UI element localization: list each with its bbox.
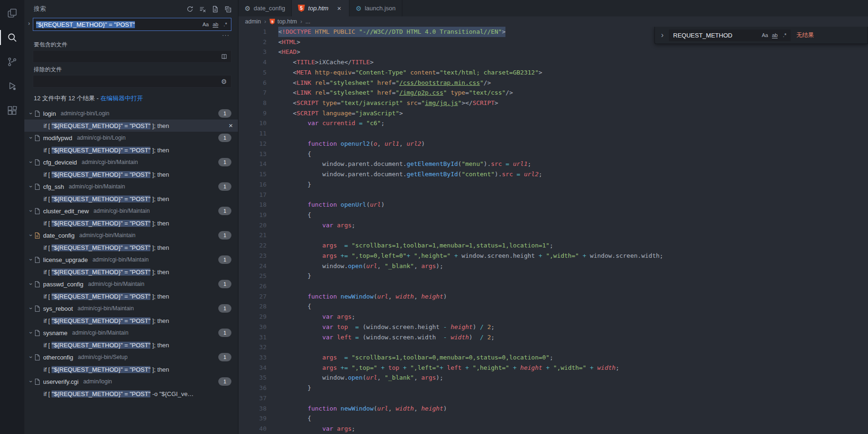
code-line[interactable]: 37 [238, 393, 868, 404]
toggle-search-details-button[interactable]: ··· [221, 31, 230, 38]
code-line[interactable]: 38 function newWindow(url, width, height… [238, 404, 868, 414]
code-line[interactable]: 29 var args; [238, 312, 868, 322]
code-line[interactable]: 12 function openurl2(o, url1, url2) [238, 139, 868, 149]
search-match-row[interactable]: if [ "${REQUEST_METHOD}" = "POST" ]; the… [24, 314, 238, 327]
search-input[interactable]: "${REQUEST_METHOD}" = "POST" Aa ab .* [33, 18, 231, 31]
code-line[interactable]: 3<HEAD> [238, 47, 868, 57]
search-match-row[interactable]: if [ "${REQUEST_METHOD}" = "POST" ]; the… [24, 168, 238, 180]
search-match-row[interactable]: if [ "${REQUEST_METHOD}" = "POST" ]; the… [24, 217, 238, 229]
line-number: 23 [238, 251, 278, 261]
code-line[interactable]: 23 args += ",top=0,left=0"+ ",height=" +… [238, 251, 868, 261]
explorer-icon[interactable] [0, 1, 24, 25]
code-line[interactable]: 7 <LINK rel="stylesheet" href="/img/p2p.… [238, 88, 868, 98]
code-line[interactable]: 27 function newWindow(url, width, height… [238, 292, 868, 302]
find-whole-word-toggle[interactable]: ab [770, 30, 779, 40]
code-line[interactable]: 14 window.parent.document.getElementById… [238, 159, 868, 169]
code-editor[interactable]: 1<!DOCTYPE HTML PUBLIC "-//W3C//DTD HTML… [238, 27, 868, 434]
files-exclude-input[interactable]: ⚙ [33, 75, 231, 88]
search-result-file[interactable]: ›loginadmin/cgi-bin/Login1 [24, 107, 238, 120]
open-new-search-editor-button[interactable] [210, 4, 220, 14]
find-replace-toggle-icon[interactable]: › [659, 31, 666, 39]
match-case-toggle[interactable]: Aa [201, 20, 210, 29]
search-icon[interactable] [0, 25, 24, 50]
tab-close-icon[interactable]: × [335, 4, 343, 12]
tab-top.htm[interactable]: 5top.htm× [292, 0, 349, 16]
search-match-row[interactable]: if [ "${REQUEST_METHOD}" = "POST" ]; the… [24, 266, 238, 278]
code-line[interactable]: 35 window.open(url, "_blank", args); [238, 373, 868, 383]
search-result-file[interactable]: ›sysnameadmin/cgi-bin/Maintain1 [24, 327, 238, 339]
code-line[interactable]: 28 { [238, 301, 868, 312]
dismiss-match-button[interactable]: × [229, 121, 233, 129]
search-result-file[interactable]: ›license_upgradeadmin/cgi-bin/Maintain1 [24, 254, 238, 266]
search-result-file[interactable]: ›userverify.cgiadmin/login1 [24, 375, 238, 388]
extensions-icon[interactable] [0, 98, 24, 123]
line-number: 28 [238, 301, 278, 312]
find-query-text: REQUEST_METHOD [673, 32, 760, 39]
code-line[interactable]: 13 { [238, 149, 868, 159]
search-match-row[interactable]: if [ "${REQUEST_METHOD}" = "POST" ]; the… [24, 120, 238, 132]
find-match-case-toggle[interactable]: Aa [760, 30, 770, 40]
code-line[interactable]: 31 var left = (window.screen.width - wid… [238, 332, 868, 343]
open-editors-only-toggle[interactable] [219, 52, 229, 61]
regex-toggle[interactable]: .* [221, 20, 230, 29]
code-line[interactable]: 25 } [238, 271, 868, 281]
breadcrumb-item[interactable]: 5top.htm [269, 18, 297, 25]
code-line[interactable]: 6 <LINK rel="stylesheet" href="/css/boot… [238, 78, 868, 88]
code-line[interactable]: 15 window.parent.document.getElementById… [238, 169, 868, 180]
search-match-row[interactable]: if [ "${REQUEST_METHOD}" = "POST" ]; the… [24, 193, 238, 205]
code-line[interactable]: 33 args = "scrollbars=1,toolbar=0,menuba… [238, 352, 868, 363]
code-line[interactable]: 39 { [238, 413, 868, 424]
search-match-row[interactable]: if [ "${REQUEST_METHOD}" = "POST" ]; the… [24, 290, 238, 302]
refresh-search-button[interactable] [185, 4, 194, 14]
code-line[interactable]: 36 } [238, 383, 868, 393]
code-line[interactable]: 21 [238, 230, 868, 240]
code-line[interactable]: 26 [238, 281, 868, 292]
search-result-file[interactable]: ›otherconfigadmin/cgi-bin/Setup1 [24, 351, 238, 363]
tab-launch.json[interactable]: ⚙launch.json [349, 0, 402, 16]
code-line[interactable]: 30 var top = (window.screen.height - hei… [238, 322, 868, 332]
code-line[interactable]: 8 <SCRIPT type="text/javascript" src="im… [238, 98, 868, 108]
use-exclude-settings-gear-icon[interactable]: ⚙ [219, 77, 229, 86]
run-debug-icon[interactable] [0, 74, 24, 98]
code-line[interactable]: 24 window.open(url, "_blank", args); [238, 261, 868, 271]
code-line[interactable]: 5 <META http-equiv="Content-Type" conten… [238, 67, 868, 78]
toggle-replace-chevron-icon[interactable]: › [25, 18, 33, 27]
code-line[interactable]: 10 var currentid = "c6"; [238, 118, 868, 128]
code-line[interactable]: 20 var args; [238, 220, 868, 231]
search-match-row[interactable]: if [ "${REQUEST_METHOD}" = "POST" ]; the… [24, 144, 238, 156]
code-line[interactable]: 32 [238, 342, 868, 352]
search-result-file[interactable]: ›sys_rebootadmin/cgi-bin/Maintain1 [24, 302, 238, 314]
code-line[interactable]: 40 var args; [238, 424, 868, 434]
code-line[interactable]: 34 args += ",top=" + top + ",left="+ lef… [238, 363, 868, 373]
code-line[interactable]: 16 } [238, 180, 868, 190]
search-result-file[interactable]: ›cluster_edit_newadmin/cgi-bin/Maintain1 [24, 205, 238, 217]
code-line[interactable]: 4 <TITLE>iXCache</TITLE> [238, 57, 868, 67]
search-match-row[interactable]: if [ "${REQUEST_METHOD}" = "POST" ]; the… [24, 363, 238, 375]
open-in-editor-link[interactable]: 在编辑器中打开 [100, 95, 143, 102]
result-file-name: cluster_edit_new [43, 208, 89, 215]
code-line[interactable]: 19 { [238, 210, 868, 220]
search-result-file[interactable]: ›modifypwdadmin/cgi-bin/Login1 [24, 132, 238, 144]
code-line[interactable]: 9 <SCRIPT language="javaScript"> [238, 108, 868, 119]
search-result-file[interactable]: ›cfg_sshadmin/cgi-bin/Maintain1 [24, 180, 238, 193]
files-include-input[interactable] [33, 50, 231, 63]
breadcrumb-item[interactable]: admin [245, 18, 261, 25]
find-input[interactable]: REQUEST_METHOD Aa ab .* [669, 30, 791, 41]
code-line[interactable]: 11 [238, 128, 868, 139]
source-control-icon[interactable] [0, 50, 24, 74]
search-match-row[interactable]: if [ "${REQUEST_METHOD}" = "POST" -o "${… [24, 388, 238, 400]
search-result-file[interactable]: ›date_configadmin/cgi-bin/Maintain1 [24, 229, 238, 241]
search-match-row[interactable]: if [ "${REQUEST_METHOD}" = "POST" ]; the… [24, 241, 238, 254]
collapse-all-button[interactable] [223, 4, 232, 14]
clear-search-results-button[interactable] [198, 4, 207, 14]
code-line[interactable]: 22 args = "scrollbars=1,toolbar=1,menuba… [238, 240, 868, 251]
code-line[interactable]: 18 function openUrl(url) [238, 200, 868, 210]
search-result-file[interactable]: ›passwd_configadmin/cgi-bin/Maintain1 [24, 278, 238, 290]
search-match-row[interactable]: if [ "${REQUEST_METHOD}" = "POST" ]; the… [24, 339, 238, 351]
code-line[interactable]: 17 [238, 190, 868, 200]
search-result-file[interactable]: ›cfg_deviceidadmin/cgi-bin/Maintain1 [24, 156, 238, 168]
whole-word-toggle[interactable]: ab [211, 20, 220, 29]
breadcrumb-item[interactable]: ... [305, 18, 310, 25]
find-regex-toggle[interactable]: .* [780, 30, 789, 40]
tab-date_config[interactable]: ⚙date_config [238, 0, 292, 16]
